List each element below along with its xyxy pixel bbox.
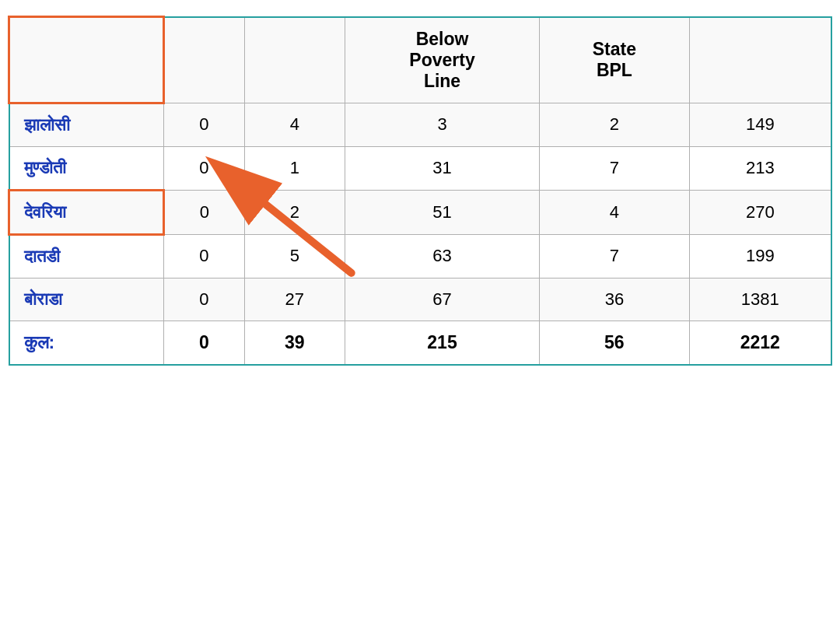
antoydaya-cell: 27 <box>244 278 345 321</box>
bpl-cell: 63 <box>345 234 539 278</box>
village-cell: झालोसी <box>9 103 164 146</box>
state-bpl-cell: 7 <box>540 146 689 190</box>
table-row: दातडी 0 5 63 7 199 <box>9 234 832 278</box>
data-table: BelowPovertyLine StateBPL झालोसी 0 4 3 2… <box>8 16 832 366</box>
annapurna-cell: 0 <box>164 234 245 278</box>
bpl-cell: 51 <box>345 190 539 234</box>
state-bpl-cell: 2 <box>540 103 689 146</box>
total-state-bpl: 56 <box>540 321 689 365</box>
antoydaya-cell: 5 <box>244 234 345 278</box>
total-label: कुल: <box>9 321 164 365</box>
village-cell: बोराडा <box>9 278 164 321</box>
others-cell: 1381 <box>689 278 831 321</box>
others-cell: 270 <box>689 190 831 234</box>
header-annapurna <box>164 17 245 103</box>
annapurna-cell: 0 <box>164 278 245 321</box>
others-cell: 199 <box>689 234 831 278</box>
header-antoydaya <box>244 17 345 103</box>
annapurna-cell: 0 <box>164 146 245 190</box>
state-bpl-cell: 36 <box>540 278 689 321</box>
bpl-cell: 3 <box>345 103 539 146</box>
header-below-poverty-line: BelowPovertyLine <box>345 17 539 103</box>
table-container: BelowPovertyLine StateBPL झालोसी 0 4 3 2… <box>8 16 832 366</box>
header-row: BelowPovertyLine StateBPL <box>9 17 832 103</box>
table-row: मुण्डोती 0 1 31 7 213 <box>9 146 832 190</box>
header-others <box>689 17 831 103</box>
table-row: देवरिया 0 2 51 4 270 <box>9 190 832 234</box>
total-others: 2212 <box>689 321 831 365</box>
village-cell: मुण्डोती <box>9 146 164 190</box>
total-row: कुल: 0 39 215 56 2212 <box>9 321 832 365</box>
others-cell: 213 <box>689 146 831 190</box>
village-cell: देवरिया <box>9 190 164 234</box>
annapurna-cell: 0 <box>164 190 245 234</box>
total-annapurna: 0 <box>164 321 245 365</box>
antoydaya-cell: 1 <box>244 146 345 190</box>
bpl-cell: 67 <box>345 278 539 321</box>
total-antoydaya: 39 <box>244 321 345 365</box>
header-village <box>9 17 164 103</box>
table-row: झालोसी 0 4 3 2 149 <box>9 103 832 146</box>
annapurna-cell: 0 <box>164 103 245 146</box>
antoydaya-cell: 2 <box>244 190 345 234</box>
state-bpl-cell: 7 <box>540 234 689 278</box>
bpl-cell: 31 <box>345 146 539 190</box>
table-row: बोराडा 0 27 67 36 1381 <box>9 278 832 321</box>
total-bpl: 215 <box>345 321 539 365</box>
others-cell: 149 <box>689 103 831 146</box>
header-state-bpl: StateBPL <box>540 17 689 103</box>
village-cell: दातडी <box>9 234 164 278</box>
state-bpl-cell: 4 <box>540 190 689 234</box>
antoydaya-cell: 4 <box>244 103 345 146</box>
